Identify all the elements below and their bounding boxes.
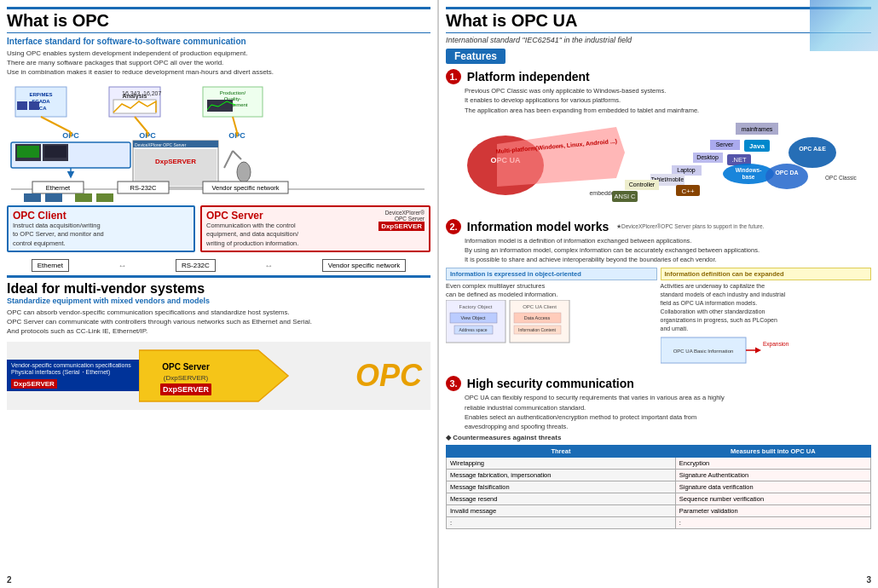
info-expressed-header: Information is expressed in object-orien…	[446, 268, 657, 280]
threat-cell: Message falsification	[447, 481, 676, 493]
svg-text:Expansion: Expansion	[763, 341, 788, 348]
feature3-num: 3.	[446, 376, 461, 391]
svg-text:Data Access: Data Access	[524, 315, 551, 320]
feature1-item: 1. Platform independent Previous OPC Cla…	[446, 69, 871, 212]
svg-text:Server: Server	[716, 141, 734, 147]
measures-cell: Encryption	[675, 458, 870, 470]
svg-text:OPC UA Client: OPC UA Client	[523, 304, 557, 309]
feature3-desc: OPC UA can flexibly respond to security …	[465, 393, 871, 431]
svg-text:16,343: 16,343	[122, 90, 141, 96]
right-title: What is OPC UA	[446, 11, 577, 30]
svg-text:ANSI C: ANSI C	[614, 193, 636, 200]
svg-text:Production/: Production/	[220, 90, 246, 95]
svg-rect-4	[17, 101, 27, 110]
feature2-cols: Information is expressed in object-orien…	[446, 268, 871, 370]
svg-text:Ethernet: Ethernet	[46, 184, 71, 192]
opc-client-desc: Instruct data acquisition/writingto OPC …	[13, 222, 189, 249]
threat-col-header: Threat	[447, 446, 676, 458]
feature1-title: Platform independent	[467, 70, 590, 84]
left-page-num: 2	[7, 575, 12, 585]
left-header: What is OPC	[7, 7, 430, 33]
right-panel: What is OPC UA International standard "I…	[439, 0, 878, 588]
info-expressed-desc: Even complex multilayer structurescan be…	[446, 282, 657, 300]
opc-server-title: OPC Server	[206, 210, 298, 222]
expansion-svg: OPC UA Basic Information Expansion	[661, 333, 788, 367]
svg-text:ERP/MES: ERP/MES	[29, 92, 52, 97]
top-diagram: ERP/MES SCADA DCA Analysis 16,343 16,207…	[7, 83, 430, 202]
ethernet-box: Ethernet	[32, 259, 69, 272]
measures-cell: Signature data verification	[675, 481, 870, 493]
feature2-left-col: Information is expressed in object-orien…	[446, 268, 657, 370]
threat-cell: Invalid message	[447, 505, 676, 517]
svg-text:Controller: Controller	[629, 182, 656, 187]
platform-diagram: OPC UA Multi-platform(Windows, Linux, An…	[446, 118, 871, 212]
info-model-svg: Factory Object View Object Address space…	[446, 300, 574, 347]
rs232-box: RS-232C	[176, 259, 216, 272]
right-subtitle: International standard "IEC62541" in the…	[446, 36, 871, 44]
svg-point-82	[765, 164, 808, 189]
svg-text:Windows-: Windows-	[736, 167, 762, 173]
svg-line-23	[233, 117, 237, 132]
svg-rect-46	[24, 193, 41, 202]
svg-rect-48	[75, 193, 92, 202]
security-table: Threat Measures built into OPC UA Wireta…	[446, 445, 871, 529]
svg-rect-28	[17, 146, 39, 158]
svg-rect-29	[44, 146, 66, 158]
opc-big-label: OPC	[355, 358, 422, 394]
opc-server-desc: Communication with the controlequipment,…	[206, 222, 298, 249]
threat-cell: Message resend	[447, 493, 676, 505]
ideal-title: Ideal for multi-vendor systems	[7, 281, 430, 297]
feature2-small-note: ★DeviceXPlorer®OPC Server plans to suppo…	[616, 223, 764, 229]
dxp-logo-vendor: DxpSERVER	[11, 379, 57, 389]
feature3-item: 3. High security communication OPC UA ca…	[446, 376, 871, 529]
measures-col-header: Measures built into OPC UA	[675, 446, 870, 458]
svg-text:OPC DA: OPC DA	[775, 170, 798, 176]
dxp-logo-small: DxpSERVER	[378, 222, 425, 231]
svg-rect-33	[135, 149, 217, 186]
vendor-box-bottom: DxpSERVER	[11, 379, 139, 389]
svg-text:base: base	[742, 174, 755, 180]
svg-point-37	[237, 162, 251, 182]
svg-rect-47	[45, 193, 62, 202]
svg-point-76	[788, 137, 836, 168]
network-row: Ethernet ↔ RS-232C ↔ Vendor specific net…	[7, 259, 430, 272]
vendor-box: Vendor-specific communication specificat…	[7, 360, 143, 391]
svg-text:Factory Object: Factory Object	[459, 304, 492, 309]
vendor-box-text: Vendor-specific communication specificat…	[11, 362, 139, 377]
threat-cell: Message fabrication, impersonation	[447, 470, 676, 481]
feature2-item: 2. Information model works ★DeviceXPlore…	[446, 219, 871, 370]
opc-server-box: OPC Server Communication with the contro…	[200, 205, 430, 253]
left-panel: What is OPC Interface standard for softw…	[0, 0, 439, 588]
svg-text:Information Content: Information Content	[518, 327, 557, 332]
opc-client-box: OPC Client Instruct data acquisition/wri…	[7, 205, 195, 253]
left-title: What is OPC	[7, 11, 109, 30]
feature1-num: 1.	[446, 69, 461, 84]
deco-image	[810, 0, 878, 51]
security-table-row: Message fabrication, impersonationSignat…	[447, 470, 871, 481]
opc-client-title: OPC Client	[13, 210, 189, 222]
svg-line-21	[135, 117, 147, 132]
threat-cell: :	[447, 517, 676, 529]
info-expanded-desc: Activities are underway to capitalize th…	[661, 282, 872, 334]
svg-text:OPC UA Basic Information: OPC UA Basic Information	[673, 349, 733, 354]
countermeasures-label: ◆ Countermeasures against threats	[446, 434, 871, 441]
svg-text:DeviceXPlorer OPC Server: DeviceXPlorer OPC Server	[135, 142, 187, 147]
svg-text:.NET: .NET	[731, 156, 747, 164]
feature3-header: 3. High security communication	[446, 376, 871, 391]
right-page-num: 3	[866, 575, 871, 585]
svg-text:mainframes: mainframes	[742, 126, 773, 132]
feature2-right-col: Information definition can be expanded A…	[661, 268, 872, 370]
page-container: What is OPC Interface standard for softw…	[0, 0, 878, 588]
left-subtitle: Interface standard for software-to-softw…	[7, 37, 430, 46]
threat-cell: Wiretapping	[447, 458, 676, 470]
ideal-section: Ideal for multi-vendor systems Standardi…	[7, 275, 430, 410]
info-expanded-header: Information definition can be expanded	[661, 268, 872, 280]
opc-arrow-shape: OPC Server (DxpSERVER) DxpSERVER	[139, 346, 292, 406]
security-table-row: Message falsificationSignature data veri…	[447, 481, 871, 493]
svg-text:RS-232C: RS-232C	[130, 184, 157, 192]
ideal-subtitle: Standardize equipment with mixed vendors…	[7, 297, 430, 305]
client-server-row: OPC Client Instruct data acquisition/wri…	[7, 205, 430, 257]
svg-rect-49	[96, 193, 113, 202]
security-table-row: Invalid messageParameter validation	[447, 505, 871, 517]
svg-text:View Object: View Object	[460, 315, 486, 320]
